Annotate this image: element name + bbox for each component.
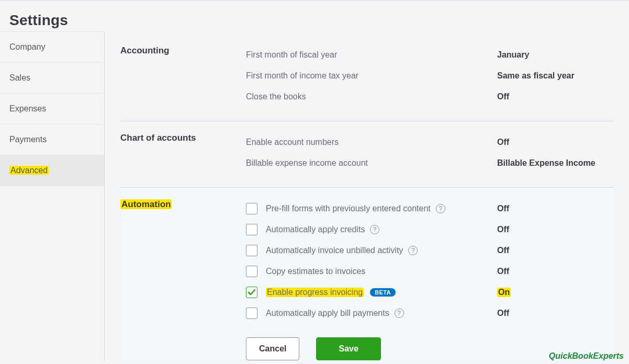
setting-row: First month of fiscal year January [246, 44, 613, 65]
section-title: Automation [120, 198, 246, 361]
setting-value: On [497, 288, 511, 297]
setting-row: Automatically apply bill payments ? Off [246, 303, 613, 324]
setting-label: Automatically apply credits [266, 225, 365, 234]
setting-value: Off [497, 225, 509, 234]
setting-row: Automatically invoice unbilled activity … [246, 240, 613, 261]
checkbox-invoice-unbilled[interactable] [246, 245, 257, 256]
section-automation: Automation Pre-fill forms with previousl… [120, 188, 613, 361]
setting-value: Off [497, 92, 509, 101]
help-icon[interactable]: ? [395, 309, 404, 318]
setting-label: Copy estimates to invoices [266, 267, 365, 276]
sidebar-item-expenses[interactable]: Expenses [0, 93, 104, 124]
setting-row-progress-invoicing: Enable progress invoicing BETA On [246, 282, 613, 303]
section-accounting: Accounting First month of fiscal year Ja… [120, 44, 613, 121]
sidebar: Company Sales Expenses Payments Advanced [0, 32, 105, 361]
setting-label: First month of income tax year [246, 71, 497, 81]
sidebar-item-company[interactable]: Company [0, 31, 104, 63]
checkbox-progress-invoicing[interactable] [246, 287, 257, 298]
section-title: Accounting [120, 44, 246, 107]
setting-label: Pre-fill forms with previously entered c… [266, 204, 431, 213]
setting-label: Automatically invoice unbilled activity [266, 246, 403, 255]
help-icon[interactable]: ? [370, 225, 379, 234]
checkbox-apply-bill-payments[interactable] [246, 308, 257, 319]
checkbox-prefill[interactable] [246, 203, 257, 214]
setting-row: Pre-fill forms with previously entered c… [246, 198, 613, 219]
setting-row: Automatically apply credits ? Off [246, 219, 613, 240]
section-title-text: Automation [120, 199, 172, 209]
content-area: Accounting First month of fiscal year Ja… [105, 34, 629, 361]
help-icon[interactable]: ? [408, 246, 418, 255]
section-chart-of-accounts: Chart of accounts Enable account numbers… [120, 121, 613, 188]
watermark: QuickBookExperts [549, 351, 624, 361]
setting-value: Off [497, 204, 509, 213]
section-title: Chart of accounts [120, 132, 246, 174]
sidebar-item-label: Advanced [9, 166, 49, 175]
setting-row: Close the books Off [246, 86, 613, 107]
help-icon[interactable]: ? [436, 204, 445, 213]
setting-label: Enable account numbers [246, 138, 497, 147]
setting-label: Automatically apply bill payments [266, 309, 389, 318]
page-title: Settings [0, 1, 629, 34]
setting-value-text: On [497, 288, 511, 297]
setting-value: Off [497, 309, 509, 318]
save-button[interactable]: Save [316, 337, 380, 360]
sidebar-item-label: Expenses [9, 104, 46, 113]
setting-label: Billable expense income account [246, 158, 497, 168]
sidebar-item-label: Payments [9, 135, 47, 144]
setting-value: January [497, 50, 529, 60]
setting-label: First month of fiscal year [246, 50, 497, 60]
beta-badge: BETA [370, 288, 396, 297]
sidebar-item-sales[interactable]: Sales [0, 62, 104, 94]
setting-row: Enable account numbers Off [246, 132, 613, 153]
setting-value: Off [497, 267, 509, 276]
checkbox-copy-estimates[interactable] [246, 266, 257, 277]
checkbox-apply-credits[interactable] [246, 224, 257, 235]
setting-row: Billable expense income account Billable… [246, 153, 613, 174]
setting-value: Off [497, 138, 509, 147]
sidebar-item-label: Sales [9, 73, 30, 82]
setting-row: Copy estimates to invoices Off [246, 261, 613, 282]
sidebar-item-label: Company [9, 42, 45, 51]
cancel-button[interactable]: Cancel [246, 337, 299, 360]
setting-value: Billable Expense Income [497, 158, 596, 168]
checkmark-icon [248, 288, 256, 297]
setting-value: Off [497, 246, 509, 255]
setting-label: Enable progress invoicing [266, 288, 364, 297]
sidebar-item-advanced[interactable]: Advanced [0, 155, 104, 186]
setting-row: First month of income tax year Same as f… [246, 65, 613, 86]
setting-value: Same as fiscal year [497, 71, 575, 81]
setting-label: Close the books [246, 92, 497, 101]
sidebar-item-payments[interactable]: Payments [0, 124, 104, 155]
